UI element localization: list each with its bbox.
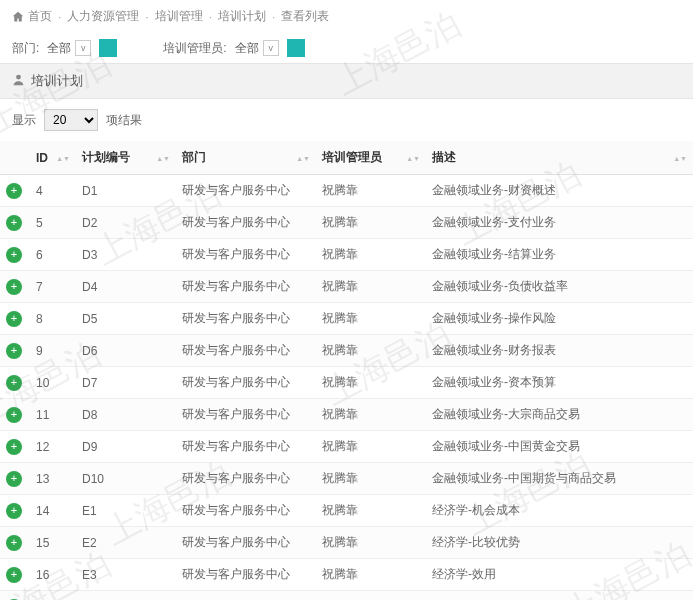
cell-id: 9 (30, 335, 76, 367)
sort-icon: ▲▼ (296, 155, 310, 160)
cell-id: 4 (30, 175, 76, 207)
table-row: +15E2研发与客户服务中心祝腾靠经济学-比较优势 (0, 527, 693, 559)
cell-desc: 金融领域业务-资本预算 (426, 367, 693, 399)
mgr-filter-apply-button[interactable] (287, 39, 305, 57)
col-header-id[interactable]: ID▲▼ (30, 141, 76, 175)
expand-row-button[interactable]: + (6, 375, 22, 391)
cell-dept: 研发与客户服务中心 (176, 591, 316, 601)
cell-mgr: 祝腾靠 (316, 271, 426, 303)
cell-plan: D8 (76, 399, 176, 431)
cell-id: 15 (30, 527, 76, 559)
cell-plan: D3 (76, 239, 176, 271)
mgr-filter-label: 培训管理员: (163, 40, 226, 57)
cell-dept: 研发与客户服务中心 (176, 399, 316, 431)
cell-desc: 金融领域业务-支付业务 (426, 207, 693, 239)
panel-title: 培训计划 (31, 72, 83, 90)
table-row: +11D8研发与客户服务中心祝腾靠金融领域业务-大宗商品交易 (0, 399, 693, 431)
col-header-dept[interactable]: 部门▲▼ (176, 141, 316, 175)
dept-filter-apply-button[interactable] (99, 39, 117, 57)
cell-dept: 研发与客户服务中心 (176, 463, 316, 495)
cell-mgr: 祝腾靠 (316, 527, 426, 559)
expand-row-button[interactable]: + (6, 503, 22, 519)
show-prefix: 显示 (12, 112, 36, 129)
expand-row-button[interactable]: + (6, 215, 22, 231)
cell-plan: D5 (76, 303, 176, 335)
cell-id: 16 (30, 559, 76, 591)
cell-id: 10 (30, 367, 76, 399)
page-size-select[interactable]: 20 (44, 109, 98, 131)
cell-id: 8 (30, 303, 76, 335)
mgr-filter-dropdown[interactable]: v (263, 40, 279, 56)
cell-desc: 金融领域业务-结算业务 (426, 239, 693, 271)
cell-desc: 经济学-效用 (426, 559, 693, 591)
expand-row-button[interactable]: + (6, 183, 22, 199)
expand-row-button[interactable]: + (6, 567, 22, 583)
cell-plan: D7 (76, 367, 176, 399)
cell-plan: E2 (76, 527, 176, 559)
cell-desc: 金融领域业务-负债收益率 (426, 271, 693, 303)
cell-mgr: 祝腾靠 (316, 463, 426, 495)
cell-mgr: 祝腾靠 (316, 591, 426, 601)
cell-desc: 金融领域业务-中国期货与商品交易 (426, 463, 693, 495)
expand-row-button[interactable]: + (6, 343, 22, 359)
table-row: +14E1研发与客户服务中心祝腾靠经济学-机会成本 (0, 495, 693, 527)
cell-id: 7 (30, 271, 76, 303)
col-header-mgr[interactable]: 培训管理员▲▼ (316, 141, 426, 175)
home-icon (12, 10, 24, 24)
mgr-filter-value: 全部 (235, 40, 259, 57)
cell-plan: E3 (76, 559, 176, 591)
cell-id: 12 (30, 431, 76, 463)
sort-icon: ▲▼ (406, 155, 420, 160)
expand-row-button[interactable]: + (6, 311, 22, 327)
expand-row-button[interactable]: + (6, 439, 22, 455)
cell-dept: 研发与客户服务中心 (176, 335, 316, 367)
cell-dept: 研发与客户服务中心 (176, 303, 316, 335)
cell-mgr: 祝腾靠 (316, 303, 426, 335)
cell-dept: 研发与客户服务中心 (176, 175, 316, 207)
cell-desc: 金融领域业务-财资概述 (426, 175, 693, 207)
dept-filter-dropdown[interactable]: v (75, 40, 91, 56)
expand-row-button[interactable]: + (6, 247, 22, 263)
dept-filter-value: 全部 (47, 40, 71, 57)
breadcrumb: 首页 · 人力资源管理 · 培训管理 · 培训计划 · 查看列表 (0, 0, 693, 33)
table-row: +9D6研发与客户服务中心祝腾靠金融领域业务-财务报表 (0, 335, 693, 367)
cell-desc: 金融领域业务-中国黄金交易 (426, 431, 693, 463)
table-row: +8D5研发与客户服务中心祝腾靠金融领域业务-操作风险 (0, 303, 693, 335)
cell-mgr: 祝腾靠 (316, 431, 426, 463)
filter-bar: 部门: 全部 v 培训管理员: 全部 v (0, 33, 693, 63)
expand-row-button[interactable]: + (6, 407, 22, 423)
cell-plan: D10 (76, 463, 176, 495)
table-row: +7D4研发与客户服务中心祝腾靠金融领域业务-负债收益率 (0, 271, 693, 303)
breadcrumb-item[interactable]: 人力资源管理 (67, 8, 139, 25)
cell-desc: 金融领域业务-操作风险 (426, 303, 693, 335)
cell-dept: 研发与客户服务中心 (176, 559, 316, 591)
cell-plan: D4 (76, 271, 176, 303)
sort-icon: ▲▼ (56, 155, 70, 160)
cell-dept: 研发与客户服务中心 (176, 431, 316, 463)
table-row: +13D10研发与客户服务中心祝腾靠金融领域业务-中国期货与商品交易 (0, 463, 693, 495)
cell-mgr: 祝腾靠 (316, 495, 426, 527)
table-row: +16E3研发与客户服务中心祝腾靠经济学-效用 (0, 559, 693, 591)
cell-desc: 经济学-机会成本 (426, 495, 693, 527)
cell-id: 11 (30, 399, 76, 431)
breadcrumb-item[interactable]: 培训管理 (155, 8, 203, 25)
cell-dept: 研发与客户服务中心 (176, 271, 316, 303)
cell-dept: 研发与客户服务中心 (176, 367, 316, 399)
cell-desc: 金融领域业务-财务报表 (426, 335, 693, 367)
cell-id: 5 (30, 207, 76, 239)
training-plan-table: ID▲▼ 计划编号▲▼ 部门▲▼ 培训管理员▲▼ 描述▲▼ +4D1研发与客户服… (0, 141, 693, 600)
cell-mgr: 祝腾靠 (316, 175, 426, 207)
svg-point-0 (16, 75, 21, 80)
cell-plan: D9 (76, 431, 176, 463)
col-header-plan[interactable]: 计划编号▲▼ (76, 141, 176, 175)
col-header-desc[interactable]: 描述▲▼ (426, 141, 693, 175)
breadcrumb-home[interactable]: 首页 (28, 8, 52, 25)
breadcrumb-item: 查看列表 (281, 8, 329, 25)
expand-row-button[interactable]: + (6, 471, 22, 487)
expand-row-button[interactable]: + (6, 535, 22, 551)
page-size-row: 显示 20 项结果 (0, 99, 693, 141)
table-row: +10D7研发与客户服务中心祝腾靠金融领域业务-资本预算 (0, 367, 693, 399)
breadcrumb-item[interactable]: 培训计划 (218, 8, 266, 25)
cell-plan: E4 (76, 591, 176, 601)
expand-row-button[interactable]: + (6, 279, 22, 295)
